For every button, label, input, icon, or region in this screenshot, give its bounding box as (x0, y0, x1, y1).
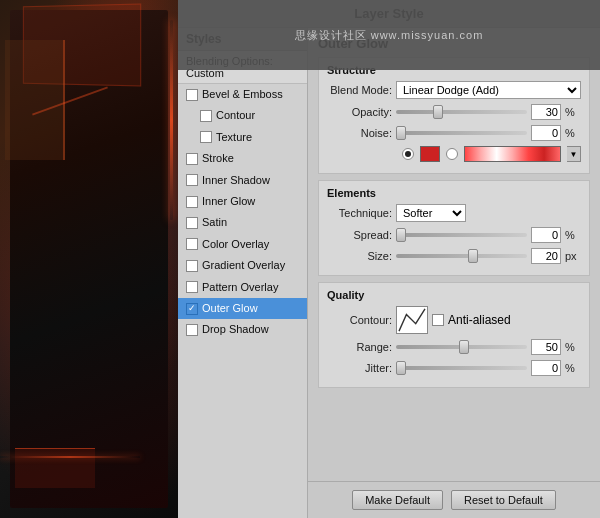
watermark: 思缘设计社区 www.missyuan.com (178, 0, 600, 70)
gradient-preview[interactable] (464, 146, 561, 162)
bevel-checkbox[interactable] (186, 89, 198, 101)
blend-mode-label: Blend Mode: (327, 84, 392, 96)
spread-slider[interactable] (396, 229, 527, 241)
opacity-label: Opacity: (327, 106, 392, 118)
structure-section: Structure Blend Mode: Linear Dodge (Add)… (318, 57, 590, 174)
range-slider[interactable] (396, 341, 527, 353)
spread-thumb[interactable] (396, 228, 406, 242)
contour-row: Contour: Anti-aliased (327, 306, 581, 334)
opacity-slider[interactable] (396, 106, 527, 118)
anti-alias-label: Anti-aliased (448, 313, 511, 327)
contour-label: Contour: (327, 314, 392, 326)
size-label: Size: (327, 250, 392, 262)
canvas-preview (0, 0, 178, 518)
noise-unit: % (565, 127, 581, 139)
outer-glow-checkbox[interactable]: ✓ (186, 303, 198, 315)
elements-section: Elements Technique: Softer Precise Sprea… (318, 180, 590, 276)
spread-unit: % (565, 229, 581, 241)
noise-thumb[interactable] (396, 126, 406, 140)
contour-checkbox[interactable] (200, 110, 212, 122)
make-default-button[interactable]: Make Default (352, 490, 443, 510)
color-swatch[interactable] (420, 146, 440, 162)
noise-row: Noise: % (327, 125, 581, 141)
sidebar-item-color-overlay[interactable]: Color Overlay (178, 234, 307, 255)
jitter-row: Jitter: % (327, 360, 581, 376)
spread-input[interactable] (531, 227, 561, 243)
sidebar-item-satin[interactable]: Satin (178, 212, 307, 233)
color-radio[interactable] (402, 148, 414, 160)
jitter-input[interactable] (531, 360, 561, 376)
sidebar-item-stroke[interactable]: Stroke (178, 148, 307, 169)
jitter-slider[interactable] (396, 362, 527, 374)
sidebar-item-gradient-overlay[interactable]: Gradient Overlay (178, 255, 307, 276)
blend-mode-select[interactable]: Linear Dodge (Add) Normal Screen Multipl… (396, 81, 581, 99)
size-slider[interactable] (396, 250, 527, 262)
size-unit: px (565, 250, 581, 262)
size-input[interactable] (531, 248, 561, 264)
sidebar-item-outer-glow[interactable]: ✓ Outer Glow (178, 298, 307, 319)
satin-label: Satin (202, 215, 227, 230)
satin-checkbox[interactable] (186, 217, 198, 229)
noise-slider[interactable] (396, 127, 527, 139)
elements-title: Elements (327, 187, 581, 199)
sidebar-item-inner-shadow[interactable]: Inner Shadow (178, 170, 307, 191)
range-unit: % (565, 341, 581, 353)
texture-label: Texture (216, 130, 252, 145)
jitter-unit: % (565, 362, 581, 374)
drop-shadow-checkbox[interactable] (186, 324, 198, 336)
noise-label: Noise: (327, 127, 392, 139)
size-row: Size: px (327, 248, 581, 264)
gradient-overlay-label: Gradient Overlay (202, 258, 285, 273)
noise-input[interactable] (531, 125, 561, 141)
color-row: ▼ (327, 146, 581, 162)
reset-default-button[interactable]: Reset to Default (451, 490, 556, 510)
opacity-thumb[interactable] (433, 105, 443, 119)
opacity-unit: % (565, 106, 581, 118)
color-overlay-label: Color Overlay (202, 237, 269, 252)
styles-sidebar: Styles Blending Options: Custom Bevel & … (178, 28, 308, 518)
range-input[interactable] (531, 339, 561, 355)
sidebar-item-contour[interactable]: Contour (178, 105, 307, 126)
sidebar-item-pattern-overlay[interactable]: Pattern Overlay (178, 277, 307, 298)
gradient-arrow-btn[interactable]: ▼ (567, 146, 581, 162)
spread-label: Spread: (327, 229, 392, 241)
inner-glow-label: Inner Glow (202, 194, 255, 209)
contour-preview[interactable] (396, 306, 428, 334)
range-label: Range: (327, 341, 392, 353)
anti-alias-checkbox[interactable] (432, 314, 444, 326)
size-thumb[interactable] (468, 249, 478, 263)
opacity-row: Opacity: % (327, 104, 581, 120)
main-container: 思缘设计社区 www.missyuan.com Layer Style Styl… (0, 0, 600, 518)
sidebar-item-drop-shadow[interactable]: Drop Shadow (178, 319, 307, 340)
gradient-radio[interactable] (446, 148, 458, 160)
range-thumb[interactable] (459, 340, 469, 354)
jitter-thumb[interactable] (396, 361, 406, 375)
inner-shadow-label: Inner Shadow (202, 173, 270, 188)
panel-body: Styles Blending Options: Custom Bevel & … (178, 28, 600, 518)
drop-shadow-label: Drop Shadow (202, 322, 269, 337)
sidebar-item-bevel[interactable]: Bevel & Emboss (178, 84, 307, 105)
technique-label: Technique: (327, 207, 392, 219)
pattern-overlay-checkbox[interactable] (186, 281, 198, 293)
color-overlay-checkbox[interactable] (186, 238, 198, 250)
stroke-label: Stroke (202, 151, 234, 166)
right-panel: 思缘设计社区 www.missyuan.com Layer Style Styl… (178, 0, 600, 518)
quality-title: Quality (327, 289, 581, 301)
pattern-overlay-label: Pattern Overlay (202, 280, 278, 295)
gradient-overlay-checkbox[interactable] (186, 260, 198, 272)
texture-checkbox[interactable] (200, 131, 212, 143)
watermark-text: 思缘设计社区 www.missyuan.com (295, 28, 484, 43)
contour-label: Contour (216, 108, 255, 123)
sidebar-item-texture[interactable]: Texture (178, 127, 307, 148)
sidebar-item-inner-glow[interactable]: Inner Glow (178, 191, 307, 212)
spread-row: Spread: % (327, 227, 581, 243)
range-row: Range: % (327, 339, 581, 355)
blend-mode-row: Blend Mode: Linear Dodge (Add) Normal Sc… (327, 81, 581, 99)
stroke-checkbox[interactable] (186, 153, 198, 165)
opacity-input[interactable] (531, 104, 561, 120)
settings-wrapper: Outer Glow Structure Blend Mode: Linear … (308, 28, 600, 518)
technique-select[interactable]: Softer Precise (396, 204, 466, 222)
inner-shadow-checkbox[interactable] (186, 174, 198, 186)
quality-section: Quality Contour: (318, 282, 590, 388)
inner-glow-checkbox[interactable] (186, 196, 198, 208)
